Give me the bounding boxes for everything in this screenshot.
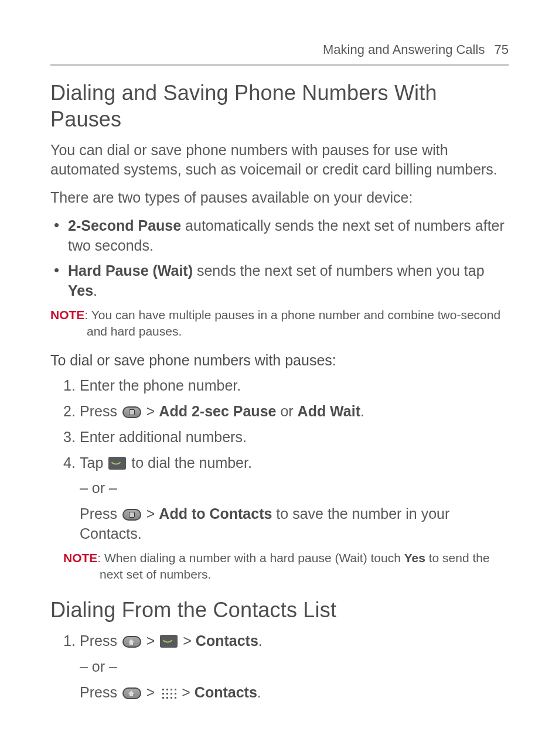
c1-end: . xyxy=(258,632,263,649)
contacts-steps: Press > > Contacts. xyxy=(63,631,509,651)
step-3: Enter additional numbers. xyxy=(63,427,509,447)
or-divider-1: – or – xyxy=(80,478,509,498)
menu-key-icon xyxy=(122,406,141,418)
call-icon xyxy=(108,457,126,470)
step-2-press: Press xyxy=(80,403,121,419)
note2-yes: Yes xyxy=(404,551,425,565)
bullet-hard-label: Hard Pause (Wait) xyxy=(68,262,193,279)
lead-paragraph: There are two types of pauses available … xyxy=(50,188,509,208)
c1b-contacts: Contacts xyxy=(195,684,257,700)
steps-list: Enter the phone number. Press > Add 2-se… xyxy=(63,376,509,473)
page-number: 75 xyxy=(495,42,509,57)
bullet-2sec: 2-Second Pause automatically sends the n… xyxy=(50,216,509,256)
heading-dial-contacts: Dialing From the Contacts List xyxy=(50,597,509,623)
c1b-press: Press xyxy=(80,684,121,700)
step-4-alt: Press > Add to Contacts to save the numb… xyxy=(80,504,509,544)
bullet-2sec-label: 2-Second Pause xyxy=(68,217,181,234)
contacts-step-1-alt: Press > > Contacts. xyxy=(80,683,509,703)
note-hard-pause-yes: NOTE: When dialing a number with a hard … xyxy=(63,550,509,583)
bullet-hard-text2: . xyxy=(93,282,97,299)
c1b-gt1: > xyxy=(142,684,159,700)
step-1: Enter the phone number. xyxy=(63,376,509,396)
note-label: NOTE xyxy=(50,308,84,321)
subhead-to-dial: To dial or save phone numbers with pause… xyxy=(50,351,509,371)
heading-dial-save-pauses: Dialing and Saving Phone Numbers With Pa… xyxy=(50,80,509,132)
note-text: : You can have multiple pauses in a phon… xyxy=(84,308,500,338)
note-multiple-pauses: NOTE: You can have multiple pauses in a … xyxy=(50,307,509,340)
bullet-hard-text1: sends the next set of numbers when you t… xyxy=(193,262,485,279)
step-4-tap: Tap xyxy=(80,454,107,471)
step-2-addwait: Add Wait xyxy=(298,403,360,419)
step-2-add2sec: Add 2-sec Pause xyxy=(159,403,276,419)
home-key-icon xyxy=(122,636,141,648)
step-2-gt: > xyxy=(142,403,159,419)
bullet-hard-pause: Hard Pause (Wait) sends the next set of … xyxy=(50,261,509,301)
step-2-or: or xyxy=(276,403,297,419)
note-label-2: NOTE xyxy=(63,551,97,565)
step-1-text: Enter the phone number. xyxy=(80,377,241,394)
c1b-end: . xyxy=(257,684,261,700)
intro-paragraph: You can dial or save phone numbers with … xyxy=(50,141,509,180)
running-header: Making and Answering Calls 75 xyxy=(50,41,509,66)
c1-contacts: Contacts xyxy=(196,632,258,649)
c1b-gt2: > xyxy=(178,684,195,700)
phone-icon xyxy=(160,635,178,648)
menu-key-icon xyxy=(122,509,141,521)
pause-types-list: 2-Second Pause automatically sends the n… xyxy=(50,216,509,301)
step-4alt-gt: > xyxy=(142,505,159,522)
step-4-rest: to dial the number. xyxy=(127,454,252,471)
step-4alt-press: Press xyxy=(80,505,121,522)
step-2-end: . xyxy=(360,403,364,419)
home-key-icon xyxy=(122,687,141,699)
section-name: Making and Answering Calls xyxy=(323,42,485,57)
c1-press: Press xyxy=(80,632,121,649)
step-4: Tap to dial the number. xyxy=(63,453,509,473)
or-divider-2: – or – xyxy=(80,657,509,677)
step-3-text: Enter additional numbers. xyxy=(80,429,247,445)
bullet-hard-yes: Yes xyxy=(68,282,93,299)
step-4alt-addcontacts: Add to Contacts xyxy=(159,505,272,522)
c1-gt1: > xyxy=(142,632,159,649)
apps-icon xyxy=(160,686,176,699)
contacts-step-1: Press > > Contacts. xyxy=(63,631,509,651)
step-2: Press > Add 2-sec Pause or Add Wait. xyxy=(63,402,509,422)
c1-gt2: > xyxy=(179,632,196,649)
note2-a: : When dialing a number with a hard paus… xyxy=(97,551,404,565)
